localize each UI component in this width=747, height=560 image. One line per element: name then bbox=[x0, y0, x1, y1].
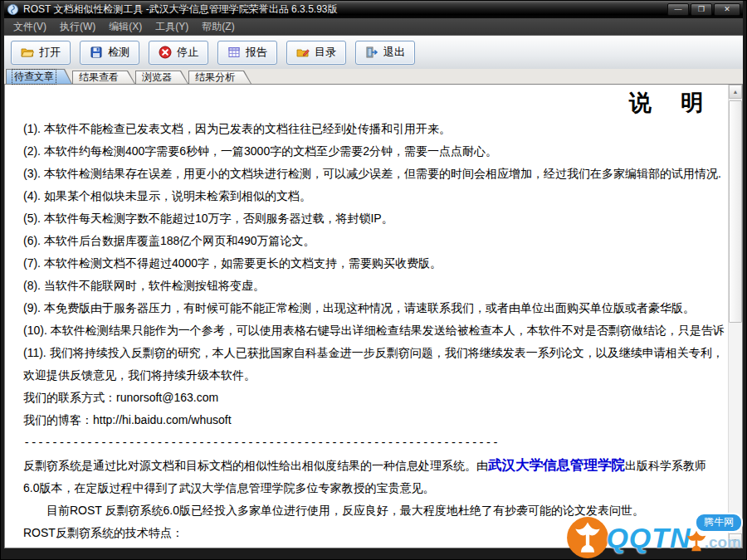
doc-line: (7). 本软件检测文档不得超过4000字，如需要更长的文档支持，需要购买收费版… bbox=[23, 252, 725, 275]
tab-result-view[interactable]: 结果查看 bbox=[72, 71, 135, 84]
tab-pending-article[interactable]: 待查文章 bbox=[6, 69, 72, 84]
doc-line: (3). 本软件检测结果存在误差，用更小的文档块进行检测，可以减少误差，但需要的… bbox=[23, 163, 725, 185]
doc-line: (8). 当软件不能联网时，软件检测按钮将变虚。 bbox=[23, 275, 725, 297]
tab-result-analysis[interactable]: 结果分析 bbox=[188, 71, 251, 84]
scrollbar-thumb[interactable] bbox=[729, 100, 742, 323]
watermark-site-text: QQTN bbox=[606, 522, 691, 554]
close-button[interactable]: ✕ bbox=[714, 3, 740, 16]
doc-line: (1). 本软件不能检查已发表文档，因为已发表的文档往往已经到处传播和引用开来。 bbox=[23, 118, 725, 140]
open-button-label: 打开 bbox=[39, 45, 61, 60]
report-button-label: 报告 bbox=[246, 45, 267, 60]
doc-text: 6.0版本，在定版过程中得到了武汉大学信息管理学院多位专家教授的宝贵意见。 bbox=[23, 481, 434, 494]
app-window: ROST 文档相似性检测工具 -武汉大学信息管理学院荣誉出品 6.3.5.93版… bbox=[0, 0, 747, 560]
doc-line: 我们的联系方式：runorsoft@163.com bbox=[23, 387, 725, 409]
doc-text: (9). 本免费版由于服务器压力，有时候可能不能正常检测，出现这种情况，请速联系… bbox=[23, 301, 695, 314]
doc-text: (1). 本软件不能检查已发表文档，因为已发表的文档往往已经到处传播和引用开来。 bbox=[23, 122, 451, 135]
menu-bar: 文件(V)执行(W)编辑(X)工具(Y)帮助(Z) bbox=[4, 18, 743, 36]
doc-line: (4). 如果某个相似块未显示，说明未检索到相似的文档。 bbox=[23, 185, 725, 207]
doc-line: (9). 本免费版由于服务器压力，有时候可能不能正常检测，出现这种情况，请速联系… bbox=[23, 297, 725, 319]
doc-text: ROST反剽窃系统的技术特点： bbox=[23, 526, 183, 539]
tab-browser[interactable]: 浏览器 bbox=[135, 71, 188, 84]
doc-text: (8). 当软件不能联网时，软件检测按钮将变虚。 bbox=[23, 279, 265, 292]
app-icon bbox=[7, 3, 19, 16]
detect-button-label: 检测 bbox=[108, 45, 129, 60]
tab-label: 浏览器 bbox=[142, 71, 172, 85]
doc-text: 目前ROST 反剽窃系统6.0版已经投入多家单位进行使用，反应良好，最大程度地杜… bbox=[46, 504, 644, 517]
detect-button[interactable]: 检测 bbox=[80, 41, 139, 65]
doc-text: 我们的博客：http://hi.baidu.com/whusoft bbox=[23, 413, 232, 426]
document-pane[interactable]: 说 明 (1). 本软件不能检查已发表文档，因为已发表的文档往往已经到处传播和引… bbox=[5, 85, 728, 548]
stop-button[interactable]: 停止 bbox=[149, 41, 208, 65]
menu-item-help[interactable]: 帮助(Z) bbox=[196, 18, 240, 36]
watermark-badge: 腾牛网 bbox=[695, 513, 743, 533]
window-title: ROST 文档相似性检测工具 -武汉大学信息管理学院荣誉出品 6.3.5.93版 bbox=[23, 2, 663, 17]
doc-text: ----------------------------------------… bbox=[23, 436, 499, 449]
report-table-icon bbox=[227, 46, 241, 59]
doc-line: 我们的博客：http://hi.baidu.com/whusoft bbox=[23, 409, 725, 431]
doc-line: (10). 本软件检测结果只能作为一个参考，可以使用表格右键导出详细检查结果发送… bbox=[23, 319, 725, 342]
vertical-scrollbar[interactable]: ▲ ▼ bbox=[728, 85, 742, 548]
doc-line: (5). 本软件每天检测字数不能超过10万字，否则服务器过载，将封锁IP。 bbox=[23, 207, 725, 230]
doc-text: 出版科学系教师 bbox=[625, 459, 706, 472]
menu-item-edit[interactable]: 编辑(X) bbox=[103, 18, 148, 36]
exit-button-label: 退出 bbox=[383, 45, 405, 60]
directory-folder-icon bbox=[296, 46, 310, 59]
doc-text: 欢迎提供反馈意见，我们将持续升级本软件。 bbox=[23, 368, 256, 382]
report-button[interactable]: 报告 bbox=[217, 41, 277, 65]
doc-link[interactable]: 武汉大学信息管理学院 bbox=[488, 457, 625, 472]
doc-text: (4). 如果某个相似块未显示，说明未检索到相似的文档。 bbox=[23, 189, 311, 202]
doc-line: (6). 本软件后台数据库覆盖188亿个网页和490万篇论文。 bbox=[23, 230, 725, 252]
doc-lines: (1). 本软件不能检查已发表文档，因为已发表的文档往往已经到处传播和引用开来。… bbox=[23, 118, 725, 548]
doc-line: (2). 本软件约每检测400字需要6秒钟，一篇3000字的文档至少需要2分钟，… bbox=[23, 140, 725, 163]
stop-button-label: 停止 bbox=[177, 45, 198, 60]
tab-label: 待查文章 bbox=[12, 70, 56, 84]
maximize-button[interactable]: ❐ bbox=[691, 3, 712, 16]
exit-button[interactable]: 退出 bbox=[355, 41, 415, 65]
open-button[interactable]: 打开 bbox=[11, 41, 71, 65]
menu-item-run[interactable]: 执行(W) bbox=[54, 18, 101, 36]
doc-text: (11). 我们将持续投入反剽窃的研究，本人已获批国家自科基金进一步反剽窃问题，… bbox=[23, 346, 724, 359]
tab-label: 结果分析 bbox=[195, 71, 235, 85]
doc-text: (2). 本软件约每检测400字需要6秒钟，一篇3000字的文档至少需要2分钟，… bbox=[23, 144, 497, 158]
doc-line: 反剽窃系统是通过比对源文档和目标文档的相似性给出相似度结果的一种信息处理系统。由… bbox=[23, 454, 725, 477]
doc-text: 我们的联系方式：runorsoft@163.com bbox=[23, 391, 218, 404]
watermark: QQTN .com 腾牛网 bbox=[566, 516, 741, 559]
save-disk-icon bbox=[90, 46, 103, 59]
doc-line: 欢迎提供反馈意见，我们将持续升级本软件。 bbox=[23, 364, 725, 387]
exit-door-icon bbox=[365, 46, 378, 59]
open-folder-icon bbox=[21, 46, 34, 59]
doc-heading: 说 明 bbox=[23, 90, 725, 116]
watermark-domain-text: .com bbox=[705, 533, 741, 552]
directory-button[interactable]: 目录 bbox=[286, 41, 346, 65]
title-bar: ROST 文档相似性检测工具 -武汉大学信息管理学院荣誉出品 6.3.5.93版… bbox=[4, 1, 743, 18]
scroll-up-icon[interactable]: ▲ bbox=[729, 85, 742, 99]
doc-text: (7). 本软件检测文档不得超过4000字，如需要更长的文档支持，需要购买收费版… bbox=[23, 256, 442, 270]
doc-line: 6.0版本，在定版过程中得到了武汉大学信息管理学院多位专家教授的宝贵意见。 bbox=[23, 477, 725, 499]
doc-line: (11). 我们将持续投入反剽窃的研究，本人已获批国家自科基金进一步反剽窃问题，… bbox=[23, 342, 725, 364]
minimize-button[interactable]: — bbox=[667, 3, 689, 16]
doc-text: (5). 本软件每天检测字数不能超过10万字，否则服务器过载，将封锁IP。 bbox=[23, 212, 393, 225]
qqtn-bull-logo-icon bbox=[566, 516, 609, 559]
directory-button-label: 目录 bbox=[315, 45, 336, 60]
stop-icon bbox=[159, 46, 172, 59]
doc-text: (3). 本软件检测结果存在误差，用更小的文档块进行检测，可以减少误差，但需要的… bbox=[23, 167, 721, 180]
toolbar: 打开检测停止报告目录退出 bbox=[4, 36, 743, 69]
tab-strip: 待查文章结果查看浏览器结果分析 bbox=[4, 69, 743, 84]
doc-line: ----------------------------------------… bbox=[23, 431, 725, 454]
tab-label: 结果查看 bbox=[79, 71, 119, 85]
doc-text: 反剽窃系统是通过比对源文档和目标文档的相似性给出相似度结果的一种信息处理系统。由 bbox=[23, 459, 488, 472]
content-area: 说 明 (1). 本软件不能检查已发表文档，因为已发表的文档往往已经到处传播和引… bbox=[4, 84, 743, 548]
menu-item-tools[interactable]: 工具(Y) bbox=[149, 18, 194, 36]
menu-item-file[interactable]: 文件(V) bbox=[7, 18, 52, 36]
doc-text: (6). 本软件后台数据库覆盖188亿个网页和490万篇论文。 bbox=[23, 234, 315, 247]
doc-text: (10). 本软件检测结果只能作为一个参考，可以使用表格右键导出详细检查结果发送… bbox=[23, 324, 725, 337]
